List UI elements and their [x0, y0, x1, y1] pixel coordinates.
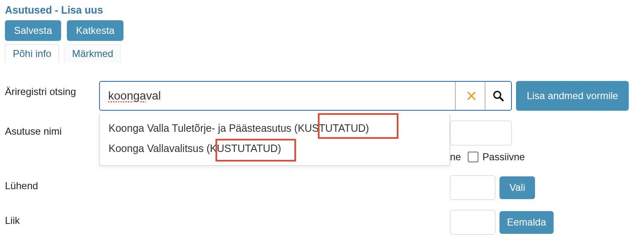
passive-checkbox[interactable]: [468, 152, 478, 162]
search-label: Äriregistri otsing: [5, 81, 99, 97]
save-button[interactable]: Salvesta: [5, 20, 61, 41]
dropdown-item[interactable]: Koonga Vallavalitsus (KUSTUTATUD): [99, 138, 450, 159]
clear-button[interactable]: [458, 82, 485, 110]
search-input[interactable]: koonga val: [100, 82, 458, 110]
abbrev-label: Lühend: [5, 175, 99, 192]
dropdown-item[interactable]: Koonga Valla Tuletõrje- ja Päästeasutus …: [99, 118, 450, 138]
name-label: Asutuse nimi: [5, 121, 99, 137]
page-title: Asutused - Lisa uus: [5, 4, 639, 16]
cancel-button[interactable]: Katkesta: [67, 20, 123, 41]
add-data-button[interactable]: Lisa andmed vormile: [516, 81, 629, 111]
search-icon: [492, 90, 504, 102]
placeholder-label: [5, 151, 99, 156]
search-value-word1: koonga: [108, 89, 146, 102]
action-bar: Salvesta Katkesta: [5, 20, 639, 41]
clear-icon: [466, 90, 477, 102]
abbrev-input[interactable]: [450, 175, 495, 200]
tab-main-info[interactable]: Põhi info: [5, 44, 59, 63]
tab-notes[interactable]: Märkmed: [64, 44, 121, 63]
type-input[interactable]: [450, 210, 495, 235]
search-dropdown: Koonga Valla Tuletõrje- ja Päästeasutus …: [99, 114, 450, 166]
search-button[interactable]: [485, 82, 511, 110]
search-value-word2: val: [146, 89, 161, 102]
eemalda-button[interactable]: Eemalda: [500, 211, 554, 233]
passive-label: Passiivne: [483, 151, 525, 163]
vali-button[interactable]: Vali: [500, 176, 535, 199]
name-input[interactable]: [450, 121, 512, 145]
tabs: Põhi info Märkmed: [5, 44, 639, 63]
type-label: Liik: [5, 210, 99, 226]
status-partial-label: ne: [450, 151, 461, 163]
search-input-group: koonga val: [99, 81, 512, 111]
